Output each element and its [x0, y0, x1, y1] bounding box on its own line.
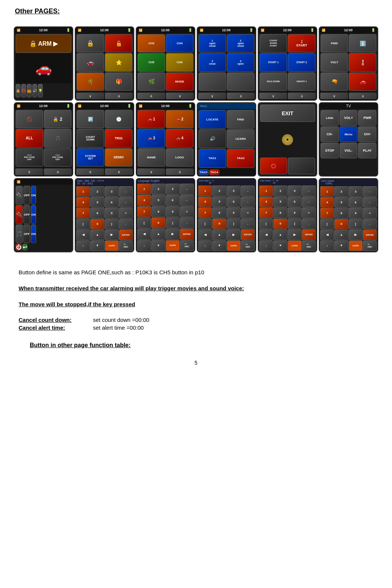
bl-key-8[interactable]: 8 [212, 207, 226, 218]
ld-key-1[interactable]: 1 [259, 185, 273, 196]
key-semicol[interactable]: ; [76, 240, 90, 251]
l-key-bracket-l[interactable]: [ [137, 217, 151, 228]
car2-num-btn[interactable]: 🚗 2 [166, 110, 193, 128]
bl-key-bracket-r[interactable]: ] [227, 219, 241, 229]
cn-key-eq[interactable]: = [363, 208, 377, 218]
l-key-2[interactable]: 2 [151, 184, 165, 194]
cn-key-left[interactable]: ◀ [320, 230, 334, 240]
noentry-btn[interactable]: 🚫 [16, 110, 43, 128]
gift-btn[interactable]: 🎁 [105, 72, 132, 91]
l-key-left[interactable]: ◀ [137, 229, 151, 239]
unlock-btn[interactable]: 🔓 [105, 34, 132, 52]
key-7[interactable]: 7 [76, 208, 90, 218]
l-key-dash2[interactable]: - [180, 195, 194, 206]
ld-key-3[interactable]: 3 [288, 185, 302, 196]
key-abc[interactable]: ¹²³ABC [119, 240, 133, 251]
ld-key-0[interactable]: 0 [273, 219, 287, 229]
nav-down-oc[interactable]: ∨ [198, 93, 226, 99]
ld-key-6[interactable]: 6 [288, 197, 302, 207]
red-dot-btn[interactable]: ⭕ [260, 158, 287, 174]
l-key-3[interactable]: 3 [166, 184, 180, 194]
tag2-btn[interactable]: TAG2 [227, 149, 254, 168]
tag3-btn[interactable]: TAG3 [199, 169, 209, 175]
lock2-btn[interactable]: 🔒 2 [44, 110, 71, 128]
bl-key-4[interactable]: 4 [198, 197, 212, 207]
l-key-down[interactable]: ▼ [151, 240, 165, 251]
trig-btn[interactable]: TRIG [105, 129, 132, 147]
key-right[interactable]: ▶ [105, 230, 119, 240]
cn-key-9[interactable]: 9 [349, 208, 363, 218]
l-key-up[interactable]: ▲ [151, 229, 165, 239]
ld-key-eq[interactable]: = [302, 207, 316, 218]
bl-key-dash1[interactable]: - [241, 185, 255, 196]
bl-key-semicol[interactable]: ; [198, 240, 212, 251]
l-key-6[interactable]: 6 [166, 195, 180, 206]
countdown-btn[interactable]: COUNTDOWNSTART [260, 34, 287, 52]
off1-btn[interactable]: OFF [23, 186, 30, 204]
bl-key-6[interactable]: 6 [227, 197, 241, 207]
key-dot[interactable]: . [119, 219, 133, 229]
back-btn[interactable]: ↩ [22, 244, 28, 251]
bl-key-1[interactable]: 1 [198, 185, 212, 196]
key-1[interactable]: 1 [76, 186, 90, 197]
open4-btn[interactable]: 3open [227, 53, 254, 71]
open1-btn[interactable]: 1openclose [199, 34, 226, 52]
idle-down-btn[interactable]: IDLE DOWN [260, 72, 287, 91]
icon-5[interactable]: 💡 [38, 84, 43, 97]
nav-up-cdt[interactable]: ∧ [105, 168, 133, 175]
key-3[interactable]: 3 [105, 186, 119, 197]
bl-key-0[interactable]: 0 [212, 219, 226, 229]
cn-key-2[interactable]: 2 [334, 186, 348, 197]
l-key-9[interactable]: 9 [166, 206, 180, 217]
ld-key-left[interactable]: ◀ [259, 229, 273, 240]
nav-down-pc[interactable]: ∨ [15, 168, 43, 175]
info-btn[interactable]: ℹ️ [349, 34, 376, 52]
key-dash1[interactable]: - [119, 186, 133, 197]
ld-key-down[interactable]: ▼ [273, 240, 287, 251]
ch3-btn[interactable]: CH3 [138, 34, 165, 52]
find2-btn[interactable]: FIND [227, 110, 254, 129]
cn-key-right[interactable]: ▶ [349, 230, 363, 240]
key-caps[interactable]: CAPS [105, 240, 119, 251]
icon-3[interactable]: 📻 [27, 84, 32, 97]
ld-key-right[interactable]: ▶ [288, 229, 302, 240]
nav-up-fv[interactable]: ∧ [349, 93, 377, 99]
ch6-btn[interactable]: CH6 [166, 53, 193, 71]
bl-key-dot[interactable]: . [241, 219, 255, 229]
relay2-icon[interactable]: 🔌 [16, 205, 23, 224]
l-key-4[interactable]: 4 [137, 195, 151, 206]
ld-key-dash1[interactable]: - [302, 185, 316, 196]
volt-btn[interactable]: VOLT [321, 53, 348, 71]
key-eq[interactable]: = [119, 208, 133, 218]
icon-2[interactable]: ⭕ [21, 84, 26, 97]
l-key-caps[interactable]: CAPS [166, 240, 180, 251]
bl-key-caps[interactable]: CAPS [227, 240, 241, 251]
l-key-8[interactable]: 8 [151, 206, 165, 217]
arm-button[interactable]: 🔒 ARM ▶ [16, 34, 71, 53]
cn-key-dot[interactable]: . [363, 219, 377, 229]
ld-key-up[interactable]: ▲ [273, 229, 287, 240]
icon-4[interactable]: 🔊 [32, 84, 37, 97]
thermo-btn[interactable]: 🌡️ [349, 53, 376, 71]
l-key-dot[interactable]: . [180, 217, 194, 228]
nav-down[interactable]: ∨ [76, 93, 104, 99]
ld-key-semicol[interactable]: ; [259, 240, 273, 251]
nav-down-c14[interactable]: ∨ [137, 168, 165, 175]
ld-key-enter[interactable]: ENTER [302, 229, 316, 240]
ch4-btn[interactable]: CH4 [166, 34, 193, 52]
car3-num-btn[interactable]: 🚗 3 [138, 129, 165, 147]
cn-key-dash1[interactable]: - [363, 186, 377, 197]
tv-volp-btn[interactable]: VOL+ [340, 110, 358, 126]
cn-key-7[interactable]: 7 [320, 208, 334, 218]
bl-key-down[interactable]: ▼ [212, 240, 226, 251]
tag1-btn[interactable]: TAG1 [199, 149, 226, 168]
car-btn[interactable]: 🚗 [77, 53, 104, 71]
key-dash2[interactable]: - [119, 197, 133, 207]
nav-down-cdt[interactable]: ∨ [76, 168, 104, 175]
ld-key-bracket-l[interactable]: [ [259, 219, 273, 229]
open3-btn[interactable]: 3close [199, 53, 226, 71]
bl-key-5[interactable]: 5 [212, 197, 226, 207]
car2-btn[interactable]: 🚗 [349, 72, 376, 91]
cn-key-6[interactable]: 6 [349, 197, 363, 207]
l-key-7[interactable]: 7 [137, 206, 151, 217]
